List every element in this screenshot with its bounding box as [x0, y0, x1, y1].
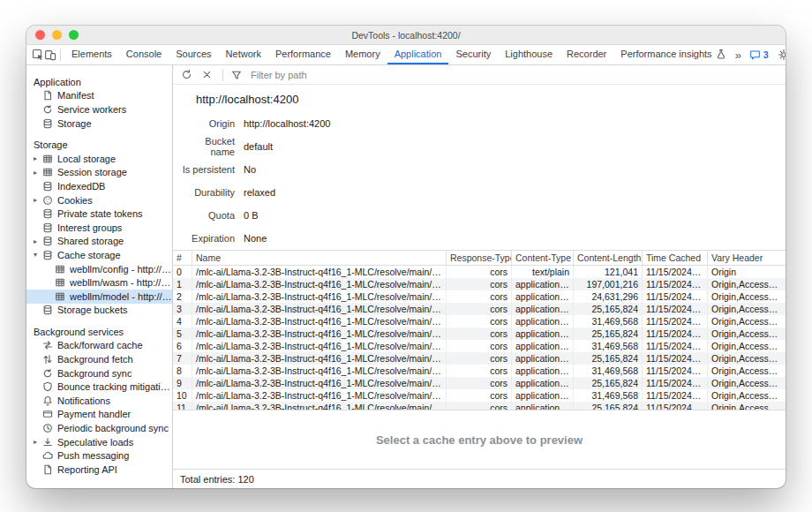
more-panels-icon[interactable]: » — [733, 49, 743, 62]
sidebar-item-private-state-tokens[interactable]: Private state tokens — [26, 207, 172, 221]
cell-response-type: cors — [447, 328, 512, 340]
detail-value: 0 B — [244, 210, 259, 221]
devtools-tabbar: Elements Console Sources Network — [26, 45, 786, 65]
sidebar-item-label: webllm/config - http://loc… — [70, 264, 172, 275]
/mlc-ai/Llama-3.2-3B-Instruct-q4f16_1-MLC/resolve/main/params_s…[interactable]: 11 /mlc-ai/Llama-3.2-3B-Instruct-q4f16_1… — [173, 402, 786, 410]
device-toolbar-icon[interactable] — [44, 46, 56, 64]
minimize-window-button[interactable] — [52, 30, 62, 40]
/mlc-ai/Llama-3.2-3B-Instruct-q4f16_1-MLC/resolve/main/params_s…[interactable]: 2 /mlc-ai/Llama-3.2-3B-Instruct-q4f16_1-… — [173, 290, 786, 303]
column-header[interactable]: Name — [192, 251, 447, 265]
/mlc-ai/Llama-3.2-3B-Instruct-q4f16_1-MLC/resolve/main/params_s…[interactable]: 7 /mlc-ai/Llama-3.2-3B-Instruct-q4f16_1-… — [173, 352, 786, 365]
sidebar-item-push-messaging[interactable]: Push messaging — [26, 448, 172, 463]
sidebar-item-payment-handler[interactable]: Payment handler — [26, 408, 172, 422]
sidebar-item-manifest[interactable]: Manifest — [26, 89, 172, 103]
devtools-tab[interactable]: Memory — [338, 45, 387, 64]
cell-vary-header: Origin,Access… — [708, 290, 786, 303]
devtools-tab[interactable]: Elements — [64, 45, 119, 64]
/mlc-ai/Llama-3.2-3B-Instruct-q4f16_1-MLC/resolve/main/params_s…[interactable]: 8 /mlc-ai/Llama-3.2-3B-Instruct-q4f16_1-… — [173, 365, 786, 377]
expand-arrow-icon[interactable]: ▸ — [34, 438, 42, 446]
cell-vary-header: Origin,Access… — [708, 328, 786, 340]
sidebar-item-label: Private state tokens — [57, 208, 143, 219]
sidebar-item-session-storage[interactable]: ▸ Session storage — [26, 166, 172, 180]
expand-arrow-icon[interactable]: ▸ — [34, 196, 42, 204]
devtools-tab[interactable]: Performance insights — [613, 45, 733, 64]
sidebar-item-shared-storage[interactable]: ▸ Shared storage — [26, 235, 172, 249]
zoom-window-button[interactable] — [69, 30, 79, 40]
sidebar-item-cookies[interactable]: ▸ Cookies — [26, 193, 172, 207]
devtools-tab[interactable]: Sources — [169, 45, 218, 64]
sidebar-item-storage[interactable]: Storage — [26, 117, 172, 131]
sidebar-item-webllm-config[interactable]: webllm/config - http://loc… — [26, 262, 172, 276]
devtools-tab[interactable]: Recorder — [560, 45, 613, 64]
sidebar-item-label: Cookies — [57, 195, 93, 206]
inspect-icon[interactable] — [32, 46, 44, 64]
sidebar-item-background-sync[interactable]: Background sync — [26, 366, 172, 380]
payment-icon — [42, 409, 53, 419]
filter-by-path — [231, 70, 445, 80]
detail-value: No — [244, 164, 256, 175]
sidebar-item-back-forward-cache[interactable]: Back/forward cache — [26, 339, 172, 353]
sidebar-item-periodic-background-sync[interactable]: Periodic background sync — [26, 421, 172, 435]
sidebar-item-bounce-tracking-mitigations[interactable]: Bounce tracking mitigations — [26, 380, 172, 394]
sidebar-item-label: Payment handler — [57, 409, 131, 419]
devtools-tabs: Elements Console Sources Network — [64, 45, 733, 64]
cell-time-cached: 11/15/2024, 10… — [643, 389, 708, 402]
filter-input[interactable] — [251, 70, 445, 80]
refresh-icon[interactable] — [178, 67, 194, 83]
delete-selected-icon[interactable] — [199, 67, 214, 83]
sidebar-item-local-storage[interactable]: ▸ Local storage — [26, 152, 172, 166]
column-header[interactable]: Content-Type — [512, 251, 574, 265]
preview-placeholder-text: Select a cache entry above to preview — [376, 433, 583, 447]
devtools-tab[interactable]: Console — [119, 45, 169, 64]
cell-vary-header: Origin,Access… — [708, 377, 786, 389]
expand-arrow-icon[interactable]: ▸ — [34, 237, 42, 245]
/mlc-ai/Llama-3.2-3B-Instruct-q4f16_1-MLC/resolve/main/params_s…[interactable]: 10 /mlc-ai/Llama-3.2-3B-Instruct-q4f16_1… — [173, 389, 786, 402]
/mlc-ai/Llama-3.2-3B-Instruct-q4f16_1-MLC/resolve/main/params_s…[interactable]: 3 /mlc-ai/Llama-3.2-3B-Instruct-q4f16_1-… — [173, 303, 786, 315]
sidebar-item-reporting-api[interactable]: Reporting API — [26, 463, 172, 477]
column-header[interactable]: Response-Type — [447, 251, 512, 265]
sidebar-item-cache-storage[interactable]: ▾ Cache storage — [26, 248, 172, 262]
sidebar-item-webllm-model[interactable]: webllm/model - http://loc… — [26, 290, 172, 304]
column-header[interactable]: Content-Length — [574, 251, 643, 265]
expand-arrow-icon[interactable]: ▸ — [34, 154, 42, 162]
column-header[interactable]: Vary Header — [708, 251, 786, 265]
sidebar-item-service-workers[interactable]: Service workers — [26, 102, 172, 117]
devtools-tab[interactable]: Lighthouse — [498, 45, 560, 64]
sidebar-item-speculative-loads[interactable]: ▸ Speculative loads — [26, 435, 172, 449]
/mlc-ai/Llama-3.2-3B-Instruct-q4f16_1-MLC/resolve/main/params_s…[interactable]: 6 /mlc-ai/Llama-3.2-3B-Instruct-q4f16_1-… — [173, 340, 786, 352]
sidebar-item-label: Speculative loads — [57, 437, 133, 448]
console-messages-button[interactable]: 3 — [749, 49, 769, 61]
column-header[interactable]: Time Cached — [643, 251, 708, 265]
devtools-tab[interactable]: Network — [219, 45, 268, 64]
cell-time-cached: 11/15/2024, 10… — [643, 352, 708, 365]
sidebar-item-notifications[interactable]: Notifications — [26, 394, 172, 408]
sidebar-item-background-fetch[interactable]: Background fetch — [26, 352, 172, 366]
/mlc-ai/Llama-3.2-3B-Instruct-q4f16_1-MLC/resolve/main/params_s…[interactable]: 9 /mlc-ai/Llama-3.2-3B-Instruct-q4f16_1-… — [173, 377, 786, 389]
expand-arrow-icon[interactable]: ▸ — [34, 169, 42, 177]
cell-content-length: 197,001,216 — [574, 278, 643, 290]
close-window-button[interactable] — [35, 30, 45, 40]
cell-time-cached: 11/15/2024, 10… — [643, 278, 708, 290]
sidebar-item-label: Background fetch — [57, 354, 133, 365]
settings-gear-icon[interactable] — [775, 46, 786, 64]
sidebar-item-storage-buckets[interactable]: Storage buckets — [26, 304, 172, 318]
sidebar-section-storage: Storage — [26, 138, 172, 152]
/mlc-ai/Llama-3.2-3B-Instruct-q4f16_1-MLC/resolve/main/params_s…[interactable]: 1 /mlc-ai/Llama-3.2-3B-Instruct-q4f16_1-… — [173, 278, 786, 290]
/mlc-ai/Llama-3.2-3B-Instruct-q4f16_1-MLC/resolve/main/params_s…[interactable]: 5 /mlc-ai/Llama-3.2-3B-Instruct-q4f16_1-… — [173, 328, 786, 340]
devtools-tab[interactable]: Application — [387, 45, 449, 64]
cell-name: /mlc-ai/Llama-3.2-3B-Instruct-q4f16_1-ML… — [192, 278, 447, 290]
sidebar-item-interest-groups[interactable]: Interest groups — [26, 221, 172, 235]
sidebar-section-application: Application — [26, 75, 172, 89]
sidebar-item-indexeddb[interactable]: IndexedDB — [26, 179, 172, 193]
cell-response-type: cors — [447, 290, 512, 303]
sidebar-item-webllm-wasm[interactable]: webllm/wasm - http://loca… — [26, 275, 172, 290]
expand-arrow-icon[interactable]: ▾ — [34, 251, 42, 259]
table-header-row: # Name Response-Type Content-Type Conten… — [173, 251, 786, 266]
devtools-tab[interactable]: Performance — [268, 45, 338, 64]
column-header[interactable]: # — [173, 251, 192, 265]
/mlc-ai/Llama-3.2-3B-Instruct-q4f16_1-MLC/resolve/main/ndarray-c…[interactable]: 0 /mlc-ai/Llama-3.2-3B-Instruct-q4f16_1-… — [173, 266, 786, 278]
cell-content-length: 25,165,824 — [574, 328, 643, 340]
/mlc-ai/Llama-3.2-3B-Instruct-q4f16_1-MLC/resolve/main/params_s…[interactable]: 4 /mlc-ai/Llama-3.2-3B-Instruct-q4f16_1-… — [173, 315, 786, 328]
sidebar-item-label: Reporting API — [57, 464, 117, 475]
devtools-tab[interactable]: Security — [448, 45, 498, 64]
